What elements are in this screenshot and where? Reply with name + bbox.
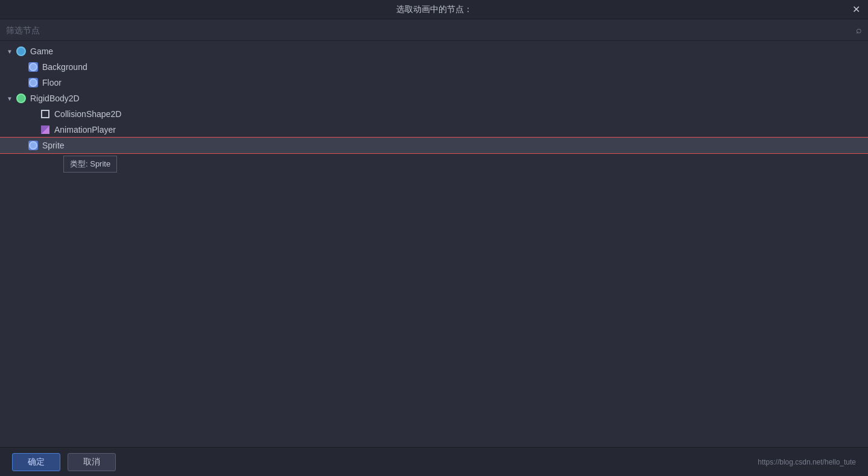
node-label-sprite: Sprite	[42, 141, 65, 150]
bottom-url: https://blog.csdn.net/hello_tute	[758, 458, 856, 466]
arrow-collision	[29, 109, 39, 119]
node-label-animationplayer: AnimationPlayer	[54, 125, 116, 135]
node-label-rigidbody2d: RigidBody2D	[30, 94, 80, 103]
arrow-floor	[17, 78, 27, 87]
title-bar: 选取动画中的节点： ✕	[0, 0, 868, 19]
search-icon[interactable]: ⌕	[856, 25, 862, 36]
tree-item-background[interactable]: Background	[0, 59, 868, 75]
tree-area: Game Background Floor RigidBody2D Collis…	[0, 41, 868, 447]
rigidbody-icon	[16, 93, 27, 104]
node-label-game: Game	[30, 46, 53, 56]
cancel-button[interactable]: 取消	[68, 453, 116, 471]
animation-icon	[40, 124, 51, 135]
arrow-sprite	[17, 141, 27, 150]
collision-icon	[40, 109, 51, 119]
node-label-floor: Floor	[42, 78, 62, 87]
tree-item-collisionshape2d[interactable]: CollisionShape2D	[0, 106, 868, 122]
search-input[interactable]	[6, 25, 862, 35]
arrow-background	[17, 62, 27, 72]
confirm-button[interactable]: 确定	[12, 453, 60, 471]
tree-item-animationplayer[interactable]: AnimationPlayer	[0, 122, 868, 138]
tree-item-game[interactable]: Game	[0, 43, 868, 59]
game-icon	[16, 46, 27, 57]
button-group: 确定 取消	[12, 453, 116, 471]
tree-item-rigidbody2d[interactable]: RigidBody2D	[0, 90, 868, 106]
tree-item-floor[interactable]: Floor	[0, 75, 868, 90]
tree-item-sprite[interactable]: Sprite	[0, 138, 868, 153]
sprite-icon-floor	[28, 77, 39, 88]
sprite-icon-background	[28, 62, 39, 72]
node-label-background: Background	[42, 62, 87, 72]
arrow-game	[5, 46, 14, 56]
search-bar: ⌕	[0, 19, 868, 41]
close-button[interactable]: ✕	[849, 2, 863, 17]
sprite-icon-sprite	[28, 140, 39, 151]
node-label-collisionshape2d: CollisionShape2D	[54, 109, 121, 119]
dialog-title: 选取动画中的节点：	[396, 4, 472, 15]
arrow-animation	[29, 125, 39, 135]
bottom-bar: 确定 取消 https://blog.csdn.net/hello_tute	[0, 447, 868, 476]
arrow-rigidbody2d	[5, 94, 14, 103]
